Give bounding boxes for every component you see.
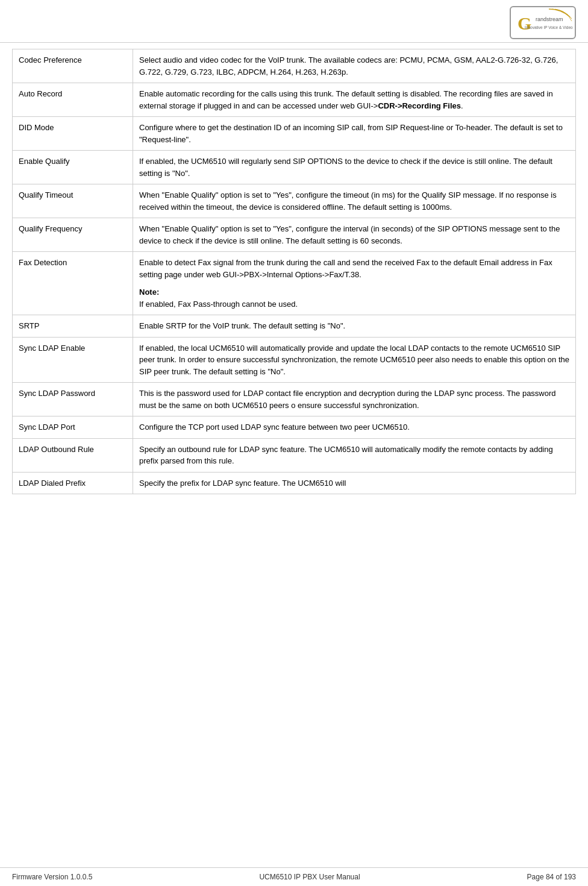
- table-row: DID ModeConfigure where to get the desti…: [13, 117, 576, 151]
- table-row: Sync LDAP PasswordThis is the password u…: [13, 383, 576, 416]
- logo-box: G randstream Innovative IP Voice & Video: [510, 6, 576, 39]
- table-row: Auto RecordEnable automatic recording fo…: [13, 83, 576, 117]
- svg-text:G: G: [518, 13, 531, 33]
- row-label: LDAP Outbound Rule: [13, 438, 133, 472]
- table-row: LDAP Outbound RuleSpecify an outbound ru…: [13, 438, 576, 472]
- content-area: Codec PreferenceSelect audio and video c…: [0, 43, 588, 867]
- row-label: SRTP: [13, 315, 133, 338]
- footer-page: Page 84 of 193: [527, 873, 576, 881]
- table-row: Sync LDAP EnableIf enabled, the local UC…: [13, 337, 576, 383]
- row-description: Configure the TCP port used LDAP sync fe…: [133, 416, 576, 439]
- row-description: Enable SRTP for the VoIP trunk. The defa…: [133, 315, 576, 338]
- row-description: When "Enable Qualify" option is set to "…: [133, 184, 576, 218]
- row-description: If enabled, the local UCM6510 will autom…: [133, 337, 576, 383]
- page-wrapper: G randstream Innovative IP Voice & Video…: [0, 0, 588, 886]
- row-description: This is the password used for LDAP conta…: [133, 383, 576, 416]
- row-description: When "Enable Qualify" option is set to "…: [133, 218, 576, 252]
- table-row: LDAP Dialed PrefixSpecify the prefix for…: [13, 472, 576, 494]
- row-label: Enable Qualify: [13, 151, 133, 184]
- row-label: Qualify Timeout: [13, 184, 133, 218]
- row-description: Specify an outbound rule for LDAP sync f…: [133, 438, 576, 472]
- row-description: Enable to detect Fax signal from the tru…: [133, 252, 576, 315]
- page-footer: Firmware Version 1.0.0.5 UCM6510 IP PBX …: [0, 867, 588, 886]
- row-description: Specify the prefix for LDAP sync feature…: [133, 472, 576, 494]
- footer-firmware: Firmware Version 1.0.0.5: [12, 873, 92, 881]
- row-label: Sync LDAP Enable: [13, 337, 133, 383]
- row-label: Sync LDAP Port: [13, 416, 133, 439]
- page-header: G randstream Innovative IP Voice & Video: [0, 0, 588, 43]
- table-row: Fax DetectionEnable to detect Fax signal…: [13, 252, 576, 315]
- logo-area: G randstream Innovative IP Voice & Video: [510, 6, 576, 39]
- row-label: Qualify Frequency: [13, 218, 133, 252]
- table-row: Enable QualifyIf enabled, the UCM6510 wi…: [13, 151, 576, 184]
- row-description: Enable automatic recording for the calls…: [133, 83, 576, 117]
- footer-title: UCM6510 IP PBX User Manual: [259, 873, 360, 881]
- row-description: If enabled, the UCM6510 will regularly s…: [133, 151, 576, 184]
- note-label: Note:: [139, 287, 159, 297]
- row-description: Configure where to get the destination I…: [133, 117, 576, 151]
- settings-table: Codec PreferenceSelect audio and video c…: [12, 49, 576, 494]
- row-label: Codec Preference: [13, 49, 133, 83]
- svg-text:Innovative IP Voice & Video: Innovative IP Voice & Video: [525, 25, 573, 30]
- table-row: SRTPEnable SRTP for the VoIP trunk. The …: [13, 315, 576, 338]
- table-row: Qualify TimeoutWhen "Enable Qualify" opt…: [13, 184, 576, 218]
- svg-text:randstream: randstream: [536, 16, 563, 22]
- table-row: Codec PreferenceSelect audio and video c…: [13, 49, 576, 83]
- table-row: Qualify FrequencyWhen "Enable Qualify" o…: [13, 218, 576, 252]
- row-label: LDAP Dialed Prefix: [13, 472, 133, 494]
- row-label: Auto Record: [13, 83, 133, 117]
- row-label: Fax Detection: [13, 252, 133, 315]
- row-description: Select audio and video codec for the VoI…: [133, 49, 576, 83]
- table-row: Sync LDAP PortConfigure the TCP port use…: [13, 416, 576, 439]
- row-label: Sync LDAP Password: [13, 383, 133, 416]
- grandstream-logo-svg: G randstream Innovative IP Voice & Video: [513, 8, 573, 38]
- row-label: DID Mode: [13, 117, 133, 151]
